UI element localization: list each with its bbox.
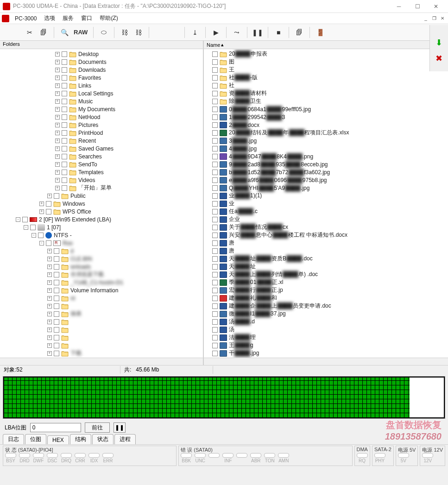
file-row[interactable]: 王 (204, 66, 448, 74)
file-checkbox[interactable] (212, 256, 218, 262)
tab-bitmap[interactable]: 位图 (25, 434, 46, 444)
maximize-button[interactable]: ☐ (408, 0, 427, 13)
tree-checkbox[interactable] (62, 154, 67, 159)
file-checkbox[interactable] (212, 319, 218, 325)
tree-checkbox[interactable] (54, 343, 59, 348)
file-row[interactable]: 微████I1████37.jpg (204, 310, 448, 318)
copy-icon[interactable]: 🗐 (293, 26, 306, 39)
tree-row[interactable]: +nt (0, 294, 203, 302)
file-row[interactable]: 汤 (204, 326, 448, 334)
file-checkbox[interactable] (212, 154, 218, 159)
file-row[interactable]: 建████礼████和 (204, 294, 448, 302)
file-row[interactable]: 兴安████息中心████楼工程 中标通知书.docx (204, 231, 448, 239)
file-row[interactable]: 图 (204, 58, 448, 66)
file-row[interactable]: 2████docx (204, 121, 448, 129)
menu-help[interactable]: 帮助(Z) (96, 13, 121, 23)
tree-checkbox[interactable] (46, 240, 51, 246)
mdi-minimize-button[interactable]: _ (422, 15, 429, 22)
expand-toggle-icon[interactable]: + (47, 194, 52, 198)
tree-checkbox[interactable] (62, 185, 67, 191)
tab-struct[interactable]: 结构 (70, 434, 91, 444)
tree-row[interactable]: + (0, 318, 203, 326)
tree-row[interactable]: +Searches (0, 152, 203, 160)
drive-error-icon[interactable]: ✖ (434, 53, 445, 64)
lba-pause-button[interactable]: ❚❚ (114, 422, 126, 433)
report-icon[interactable]: 🗐 (37, 26, 50, 39)
tab-log[interactable]: 日志 (3, 434, 24, 444)
tree-checkbox[interactable] (62, 51, 67, 57)
file-checkbox[interactable] (212, 327, 218, 333)
expand-toggle-icon[interactable]: - (32, 233, 36, 238)
file-row[interactable]: 业 (204, 200, 448, 208)
file-checkbox[interactable] (212, 130, 218, 136)
file-row[interactable]: 企业 (204, 215, 448, 223)
file-list-header[interactable]: Name ▴ (204, 41, 448, 49)
file-checkbox[interactable] (212, 311, 218, 317)
file-list[interactable]: 20████申报表图王社████-版社资████请材料除████卫生0████0… (204, 49, 448, 358)
file-checkbox[interactable] (212, 146, 218, 151)
tree-checkbox[interactable] (62, 146, 67, 151)
tree-row[interactable]: -Roo (0, 239, 203, 247)
file-row[interactable]: 除████卫生 (204, 97, 448, 105)
expand-toggle-icon[interactable]: + (55, 154, 60, 159)
file-checkbox[interactable] (212, 91, 218, 96)
tree-checkbox[interactable] (62, 162, 67, 167)
file-checkbox[interactable] (212, 162, 218, 167)
tree-checkbox[interactable] (46, 209, 51, 214)
file-row[interactable]: 法████理 (204, 334, 448, 341)
file-row[interactable]: 业████1)(1) (204, 192, 448, 200)
tree-row[interactable]: +Downloads (0, 66, 203, 74)
tab-status[interactable]: 状态 (92, 434, 114, 444)
file-checkbox[interactable] (212, 296, 218, 301)
tree-checkbox[interactable] (62, 107, 67, 112)
file-row[interactable]: 天████址████资质B████.doc (204, 255, 448, 263)
tree-checkbox[interactable] (62, 138, 67, 144)
file-row[interactable]: 建████企████上████员变更申请.doc (204, 302, 448, 310)
expand-toggle-icon[interactable]: + (55, 139, 60, 143)
drive-sync-icon[interactable]: ⬇ (434, 37, 445, 48)
file-row[interactable]: 天████上████列情████单) .doc (204, 271, 448, 278)
file-checkbox[interactable] (212, 170, 218, 175)
expand-toggle-icon[interactable]: + (55, 91, 60, 96)
tree-checkbox[interactable] (46, 201, 51, 207)
tree-row[interactable]: +保表 (0, 310, 203, 318)
file-checkbox[interactable] (212, 280, 218, 285)
tree-row[interactable]: +WPS Office (0, 208, 203, 215)
tree-row[interactable]: +Volume Information (0, 286, 203, 294)
tree-row[interactable]: +PrintHood (0, 129, 203, 137)
tree-row[interactable]: +「开始」菜单 (0, 184, 203, 192)
expand-toggle-icon[interactable]: + (47, 343, 52, 348)
file-row[interactable]: 汤████.d (204, 318, 448, 326)
file-checkbox[interactable] (212, 59, 218, 65)
expand-toggle-icon[interactable]: + (55, 107, 60, 112)
file-row[interactable]: 20████结转及████年████程项目汇总表.xlsx (204, 129, 448, 137)
folder-tree[interactable]: +Desktop+Documents+Downloads+Favorites+L… (0, 49, 203, 358)
tree-row[interactable]: +NetHood (0, 113, 203, 121)
tree-checkbox[interactable] (62, 122, 67, 128)
tree-checkbox[interactable] (38, 233, 44, 238)
file-checkbox[interactable] (212, 248, 218, 254)
file-checkbox[interactable] (212, 114, 218, 120)
file-checkbox[interactable] (212, 83, 218, 88)
tree-row[interactable]: +Local Settings (0, 89, 203, 97)
tree-row[interactable]: +下载 (0, 349, 203, 357)
tree-row[interactable]: + (0, 334, 203, 341)
tree-checkbox[interactable] (62, 130, 67, 136)
file-checkbox[interactable] (212, 75, 218, 81)
expand-toggle-icon[interactable]: + (55, 115, 60, 120)
expand-toggle-icon[interactable]: + (47, 280, 52, 285)
file-checkbox[interactable] (212, 225, 218, 230)
file-checkbox[interactable] (212, 272, 218, 277)
tree-row[interactable]: +Documents (0, 58, 203, 66)
file-row[interactable]: 宏████行████正.jp (204, 286, 448, 294)
tree-row[interactable]: +全浏览器下载 (0, 271, 203, 278)
tree-row[interactable]: +Favorites (0, 74, 203, 82)
tree-checkbox[interactable] (54, 319, 59, 325)
tree-checkbox[interactable] (62, 59, 67, 65)
close-button[interactable]: ✕ (427, 0, 445, 13)
file-row[interactable]: 社 (204, 82, 448, 89)
tools-icon[interactable]: ✂ (23, 26, 36, 39)
file-checkbox[interactable] (212, 177, 218, 183)
expand-toggle-icon[interactable]: + (47, 328, 52, 332)
tree-row[interactable]: +SendTo (0, 160, 203, 168)
